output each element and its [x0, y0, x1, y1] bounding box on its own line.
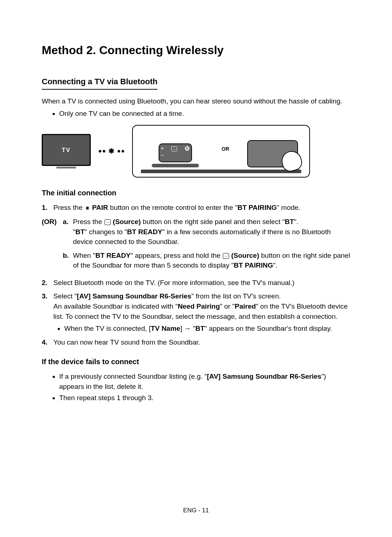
step-4: 4. You can now hear TV sound from the So… — [42, 337, 350, 347]
soundbar-touch-illustration — [247, 140, 298, 167]
step-1a: a. Press the (Source) button on the righ… — [63, 217, 350, 247]
step-3-sub-bullet: When the TV is connected, [TV Name] → "B… — [64, 324, 350, 334]
tv-screen: TV — [42, 134, 91, 166]
bluetooth-pair-icon: ⁕ — [85, 203, 90, 213]
source-icon — [105, 219, 111, 225]
intro-paragraph: When a TV is connected using Bluetooth, … — [42, 96, 350, 106]
or-label: OR — [222, 145, 229, 152]
page-footer: ENG - 11 — [0, 506, 392, 515]
tv-stand — [56, 167, 76, 168]
page-title: Method 2. Connecting Wirelessly — [42, 42, 350, 58]
bluetooth-signal-icon: ⁕ — [99, 145, 124, 158]
step-1: 1. Press the ⁕ PAIR button on the remote… — [42, 203, 350, 213]
connection-figure: TV ⁕ +→⏻ − OR — [42, 125, 350, 178]
fails-bullet-1: If a previously connected Soundbar listi… — [59, 371, 350, 391]
source-icon: → — [171, 146, 177, 151]
tv-illustration: TV — [42, 134, 91, 168]
step-1b: b. When "BT READY" appears, press and ho… — [63, 251, 350, 270]
section-heading-bluetooth: Connecting a TV via Bluetooth — [42, 76, 158, 90]
bluetooth-icon: ⁕ — [107, 145, 116, 158]
device-diagram-box: +→⏻ − OR — [132, 125, 310, 178]
step-3: 3. Select "[AV] Samsung Soundbar R6-Seri… — [42, 291, 350, 333]
subheading-initial-connection: The initial connection — [42, 188, 350, 198]
or-branch-label: (OR) — [42, 217, 63, 274]
intro-bullet: Only one TV can be connected at a time. — [59, 109, 350, 119]
step-2: 2. Select Bluetooth mode on the TV. (For… — [42, 278, 350, 288]
soundbar-bar — [141, 170, 302, 173]
subheading-fails-to-connect: If the device fails to connect — [42, 357, 350, 367]
fails-bullet-2: Then repeat steps 1 through 3. — [59, 393, 350, 403]
source-icon — [223, 253, 229, 259]
remote-illustration: +→⏻ − — [144, 143, 206, 167]
